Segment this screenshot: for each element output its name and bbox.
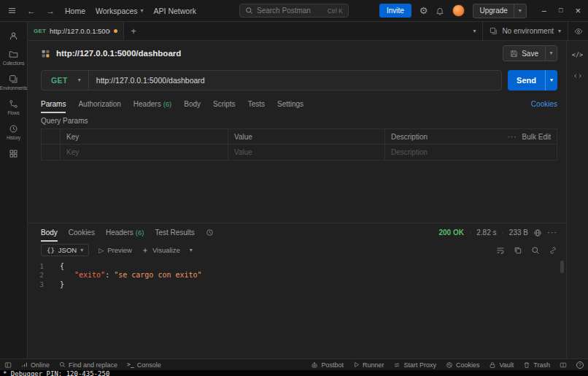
postbot-robot-icon	[311, 361, 318, 369]
response-more-icon[interactable]: ···	[547, 229, 557, 237]
online-status[interactable]: Online	[21, 361, 50, 369]
maximize-button[interactable]: □	[559, 7, 562, 14]
response-tab-test-results[interactable]: Test Results	[155, 223, 194, 242]
tab-tests[interactable]: Tests	[248, 95, 265, 113]
response-tab-headers[interactable]: Headers(6)	[106, 223, 144, 242]
tab-body[interactable]: Body	[184, 95, 201, 113]
response-time[interactable]: 2.82 s	[476, 229, 496, 237]
param-description-input[interactable]	[391, 148, 551, 156]
params-more-icon[interactable]: ···	[508, 133, 517, 141]
find-and-replace-button[interactable]: Find and replace	[59, 361, 117, 369]
tab-params[interactable]: Params	[41, 95, 66, 113]
user-avatar[interactable]	[452, 4, 465, 17]
editor-scrollbar[interactable]	[560, 261, 564, 273]
invite-button[interactable]: Invite	[379, 4, 411, 18]
visualize-button[interactable]: Visualize	[142, 246, 180, 254]
upgrade-button[interactable]: Upgrade ▾	[473, 4, 526, 18]
table-header-row: Key Value Description ··· Bulk Edit	[42, 129, 557, 145]
send-options-chevron[interactable]: ▾	[545, 70, 557, 91]
minimize-button[interactable]: –	[542, 7, 546, 15]
tab-options-chevron[interactable]: ▾	[466, 22, 482, 40]
method-selector[interactable]: GET ▾	[42, 71, 89, 90]
toggle-sidebar-button[interactable]	[4, 361, 12, 369]
tab-body-label: Body	[184, 100, 201, 108]
nav-api-network[interactable]: API Network	[154, 7, 196, 15]
new-tab-button[interactable]: +	[124, 22, 143, 40]
visualize-options-chevron[interactable]: ▾	[190, 248, 193, 253]
tab-scripts[interactable]: Scripts	[213, 95, 236, 113]
pane-splitter[interactable]	[28, 161, 566, 223]
response-history-clock-icon[interactable]	[206, 229, 214, 237]
nav-workspaces[interactable]: Workspaces ▾	[96, 7, 144, 15]
code-snippet-icon[interactable]: </>	[572, 51, 583, 58]
response-toolbar: {} JSON ▾ ▷ Preview	[28, 242, 566, 258]
two-pane-view-button[interactable]	[560, 361, 567, 369]
search-in-body-icon[interactable]	[531, 246, 540, 255]
format-select[interactable]: {} JSON ▾	[41, 244, 89, 256]
tab-headers[interactable]: Headers(6)	[134, 95, 171, 113]
environment-selector[interactable]: No environment ▾	[482, 22, 568, 40]
status-badge[interactable]: 200 OK	[438, 229, 463, 237]
preview-button[interactable]: ▷ Preview	[98, 246, 132, 254]
nav-home[interactable]: Home	[65, 7, 85, 15]
close-button[interactable]: ×	[575, 6, 581, 15]
send-button[interactable]: Send ▾	[508, 70, 557, 91]
sidebar-item-more[interactable]	[0, 145, 27, 162]
save-options-chevron[interactable]: ▾	[545, 46, 557, 61]
help-button[interactable]: ?	[576, 361, 584, 369]
param-key-input[interactable]	[66, 148, 222, 156]
console-button[interactable]: >_ Console	[127, 361, 161, 369]
bulk-edit-button[interactable]: Bulk Edit	[522, 133, 551, 141]
hamburger-menu-icon[interactable]	[7, 6, 17, 15]
postbot-button[interactable]: Postbot	[311, 361, 344, 369]
expand-panel-icon[interactable]	[573, 72, 582, 80]
response-tab-cookies[interactable]: Cookies	[69, 223, 95, 242]
cookies-button[interactable]: Cookies	[446, 361, 480, 369]
row-handle-cell	[42, 145, 61, 160]
back-icon[interactable]: ←	[27, 7, 36, 15]
response-tab-test-results-label: Test Results	[155, 229, 194, 237]
response-tabs: Body Cookies Headers(6) Test Results 200…	[28, 223, 566, 242]
upgrade-chevron[interactable]: ▾	[514, 4, 526, 18]
url-input[interactable]	[89, 76, 501, 85]
request-tabs: Params Authorization Headers(6) Body Scr…	[28, 95, 566, 113]
environment-quick-look-button[interactable]	[568, 22, 588, 40]
wrap-text-icon[interactable]	[496, 246, 505, 255]
vault-button[interactable]: Vault	[489, 361, 514, 369]
link-icon[interactable]	[549, 246, 557, 255]
param-value-input[interactable]	[234, 148, 379, 156]
trash-icon	[523, 361, 530, 369]
save-button[interactable]: Save ▾	[503, 45, 557, 61]
response-tab-body[interactable]: Body	[41, 223, 58, 242]
search-input[interactable]	[257, 7, 324, 15]
sidebar-item-collections[interactable]: Collections	[0, 46, 27, 69]
start-proxy-button[interactable]: Start Proxy	[393, 361, 436, 369]
copy-icon[interactable]	[514, 246, 522, 255]
console-icon: >_	[127, 361, 134, 368]
settings-gear-icon[interactable]: ⚙	[419, 5, 428, 16]
sidebar-item-history[interactable]: History	[0, 120, 27, 144]
chevron-down-icon: ▾	[473, 28, 476, 34]
unsaved-changes-dot	[114, 29, 117, 33]
sidebar-item-profile[interactable]	[0, 28, 27, 45]
request-tab-active[interactable]: GET http://127.0.0.1:5000/da	[28, 22, 124, 40]
forward-icon[interactable]: →	[46, 7, 55, 15]
cookies-label: Cookies	[456, 361, 480, 369]
runner-button[interactable]: Runner	[353, 361, 384, 369]
notifications-bell-icon[interactable]	[436, 7, 444, 15]
response-body-editor[interactable]: 1 { 2 "exito": "se cargo con exito" 3 }	[28, 258, 566, 358]
sidebar-item-flows[interactable]: Flows	[0, 96, 27, 119]
global-search[interactable]: Ctrl K	[239, 4, 349, 18]
globe-icon[interactable]	[533, 229, 542, 237]
help-icon: ?	[576, 361, 584, 369]
response-size[interactable]: 233 B	[509, 229, 528, 237]
cookies-link[interactable]: Cookies	[531, 100, 557, 108]
trash-button[interactable]: Trash	[523, 361, 550, 369]
tab-authorization[interactable]: Authorization	[78, 95, 120, 113]
sidebar-item-environments[interactable]: Environments	[0, 71, 27, 94]
tab-settings[interactable]: Settings	[277, 95, 303, 113]
row-handle-header-cell	[42, 129, 61, 144]
runner-label: Runner	[363, 361, 384, 369]
column-header-description: Description	[391, 133, 428, 141]
visualize-label: Visualize	[152, 246, 180, 254]
